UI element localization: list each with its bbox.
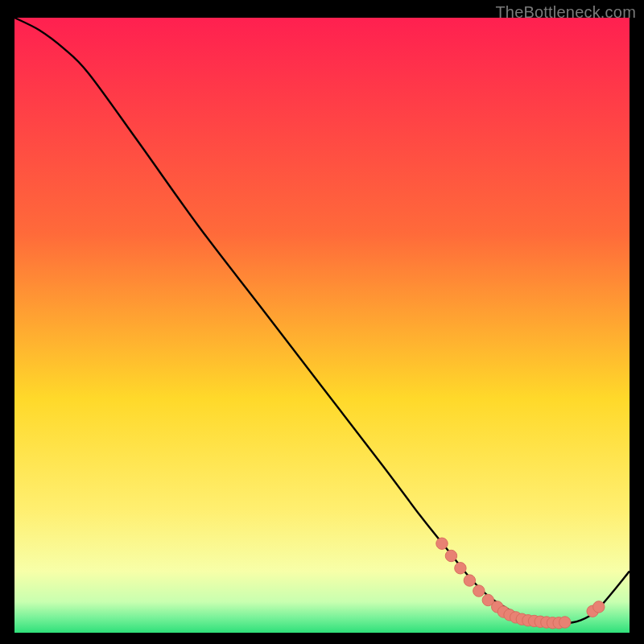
bottleneck-chart <box>14 18 630 633</box>
data-dot <box>464 575 475 586</box>
data-dot <box>455 563 466 574</box>
gradient-background <box>14 18 630 633</box>
data-dot <box>559 617 571 628</box>
plot-area <box>14 18 630 633</box>
data-dot <box>593 601 605 613</box>
watermark-label: TheBottleneck.com <box>495 3 636 22</box>
chart-frame: TheBottleneck.com <box>0 0 644 644</box>
data-dot <box>473 585 485 597</box>
data-dot <box>445 550 456 561</box>
data-dot <box>436 538 448 549</box>
